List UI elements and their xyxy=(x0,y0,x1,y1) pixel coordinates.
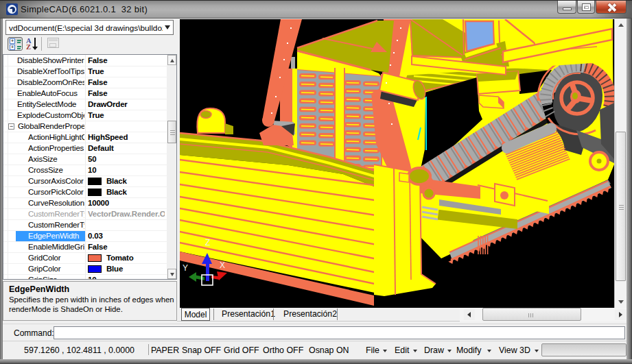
svg-text:Z: Z xyxy=(205,238,210,247)
svg-text:X: X xyxy=(220,260,225,270)
svg-text:Y: Y xyxy=(183,263,188,273)
